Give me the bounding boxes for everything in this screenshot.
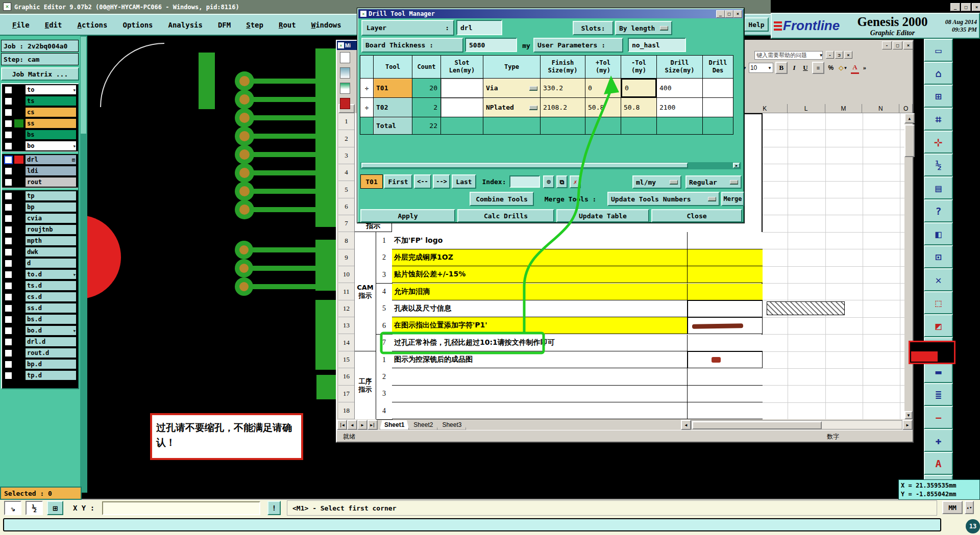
layer-checkbox[interactable] <box>4 131 13 139</box>
origin-icon[interactable]: ⊹ <box>924 131 953 154</box>
bold-button[interactable]: B <box>775 62 788 74</box>
last-button[interactable]: Last <box>452 174 476 189</box>
row-header-4[interactable]: 4 <box>338 164 354 181</box>
layer-row-rout[interactable]: rout <box>2 176 78 188</box>
excel-book-restore-button[interactable]: ⊐ <box>835 51 843 59</box>
xy-input[interactable] <box>102 501 260 515</box>
layer-row-bo.d[interactable]: bo.d➤ <box>2 325 78 336</box>
hscroll-right-icon[interactable]: ▶ <box>902 420 913 430</box>
table-hscroll-thumb[interactable] <box>361 163 688 168</box>
split-icon[interactable]: ◧ <box>924 222 953 245</box>
menu-item-analysis[interactable]: Analysis <box>168 21 203 29</box>
fill-color-icon[interactable]: ◇▼ <box>838 63 849 73</box>
layer-row-ss.d[interactable]: ss.d <box>2 302 78 314</box>
layer-row-ss[interactable]: ss <box>2 118 78 129</box>
user-params-input[interactable]: no_hasl <box>628 38 686 52</box>
minus-tol-input-focused[interactable]: 0 <box>621 78 657 98</box>
merge-button[interactable]: Merge <box>721 192 744 206</box>
command-strip[interactable] <box>3 518 941 531</box>
layer-checkbox[interactable] <box>4 192 13 200</box>
layer-expand-icon[interactable]: ⊞ <box>72 157 75 163</box>
row-header-10[interactable]: 10 <box>338 266 354 283</box>
units-toggle[interactable]: MM <box>942 501 963 514</box>
menu-item-step[interactable]: Step <box>246 21 263 29</box>
menu-item-windows[interactable]: Windows <box>311 21 341 29</box>
excel-pdf-icon[interactable] <box>340 98 350 109</box>
snap-mode-icon[interactable]: ⇘ <box>4 501 21 515</box>
column-header-M[interactable]: M <box>825 104 863 113</box>
update-table-button[interactable]: Update Table <box>556 209 649 222</box>
combine-tools-button[interactable]: Combine Tools <box>470 192 534 206</box>
layer-checkbox[interactable] <box>4 237 13 245</box>
layer-checkbox[interactable] <box>4 167 13 175</box>
layer-checkbox[interactable] <box>4 360 13 369</box>
excel-help-box[interactable]: 键入需要帮助的问题 ▼ <box>754 51 823 60</box>
layer-checkbox[interactable] <box>4 349 13 358</box>
row-header-3[interactable]: 3 <box>338 147 354 164</box>
row-header-5[interactable]: 5 <box>338 181 354 198</box>
layer-row-to.d[interactable]: to.d➤ <box>2 269 78 280</box>
layer-row-drl.d[interactable]: drl.d <box>2 336 78 347</box>
grid-toggle-icon[interactable]: ⊞ <box>47 501 63 515</box>
panes-icon[interactable]: ⊞ <box>924 85 953 108</box>
highlight-icon[interactable]: ⌾ <box>543 175 554 188</box>
layer-checkbox[interactable] <box>4 371 13 380</box>
frame-icon[interactable]: ⬚ <box>924 291 953 314</box>
hatch-tool-icon[interactable]: ⧉ <box>556 175 568 188</box>
menu-item-file[interactable]: File <box>12 21 30 29</box>
excel-chart-icon[interactable] <box>340 83 350 94</box>
layer-row-bo[interactable]: bo➤ <box>2 140 78 151</box>
row-header-8[interactable]: 8 <box>338 232 354 249</box>
target-icon[interactable]: ⊡ <box>924 245 953 268</box>
half-scale-icon[interactable]: ½ <box>924 154 953 176</box>
layer-row-cs.d[interactable]: cs.d <box>2 291 78 302</box>
layer-checkbox[interactable] <box>4 248 13 257</box>
layer-row-to[interactable]: to➤ <box>2 84 78 95</box>
drill-des-input[interactable] <box>702 97 733 117</box>
menu-item-edit[interactable]: Edit <box>45 21 62 29</box>
tab-first-icon[interactable]: |◀ <box>337 420 347 430</box>
layer-row-tp.d[interactable]: tp.d <box>2 370 78 381</box>
menu-item-dfm[interactable]: DFM <box>218 21 231 29</box>
dialog-titlebar[interactable]: ✕ Drill Tool Manager _ □ × <box>358 9 743 18</box>
plus-tol-input[interactable]: 0 <box>585 78 621 98</box>
layer-checkbox[interactable] <box>4 326 13 335</box>
dialog-maximize-button[interactable]: □ <box>725 10 733 18</box>
menu-item-rout[interactable]: Rout <box>279 21 296 29</box>
hscroll-thumb[interactable] <box>692 421 822 429</box>
excel-book-minimize-button[interactable]: - <box>826 51 834 59</box>
row-header-9[interactable]: 9 <box>338 249 354 266</box>
hscroll-left-icon[interactable]: ◀ <box>681 420 691 430</box>
row-header-16[interactable]: 16 <box>338 368 354 385</box>
font-color-icon[interactable]: A <box>851 62 859 74</box>
layer-row-rout.d[interactable]: rout.d <box>2 347 78 359</box>
grid-icon[interactable]: ⌗ <box>924 108 953 131</box>
row-header-6[interactable]: 6 <box>338 198 354 215</box>
table-hscrollbar[interactable]: ▶ <box>360 162 741 169</box>
row-drag-icon[interactable]: ✛ <box>360 97 374 117</box>
layer-checkbox[interactable] <box>4 293 13 301</box>
layer-checkbox[interactable] <box>4 86 13 94</box>
layer-checkbox[interactable] <box>4 203 13 212</box>
index-input[interactable] <box>509 175 540 188</box>
layer-row-ts[interactable]: ts <box>2 95 78 107</box>
layers-icon[interactable]: ▤ <box>924 176 953 199</box>
layer-row-bp.d[interactable]: bp.d <box>2 359 78 370</box>
tab-sheet1[interactable]: Sheet1 <box>380 420 409 430</box>
text-red-icon[interactable]: A <box>924 452 953 475</box>
minus-icon[interactable]: − <box>924 406 953 429</box>
layer-row-bs.d[interactable]: bs.d <box>2 314 78 325</box>
excel-minimize-button[interactable]: - <box>882 41 892 49</box>
layer-checkbox[interactable] <box>4 97 13 106</box>
units-dropdown[interactable]: ml/my <box>632 175 681 189</box>
layer-row-bs[interactable]: bs <box>2 129 78 140</box>
layer-row-drl[interactable]: drl⊞ <box>2 154 78 165</box>
layer-input[interactable]: drl <box>456 20 502 35</box>
delete-icon[interactable]: ✕ <box>924 268 953 291</box>
layer-checkbox[interactable] <box>4 282 13 290</box>
row-header-2[interactable]: 2 <box>338 130 354 147</box>
layer-row-roujtnb[interactable]: roujtnb <box>2 224 78 235</box>
table-hscroll-right-icon[interactable]: ▶ <box>733 163 740 168</box>
type-dropdown[interactable]: NPlated <box>483 97 541 117</box>
layer-row-dwk[interactable]: dwk <box>2 246 78 258</box>
